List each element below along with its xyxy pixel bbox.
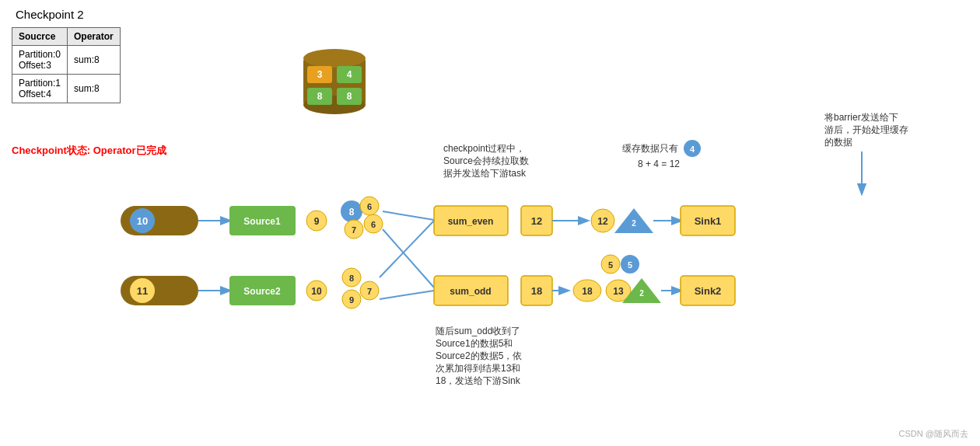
- checkpoint-note: checkpoint过程中， Source会持续拉取数 据并发送给下游task: [443, 143, 531, 179]
- svg-text:8: 8: [349, 207, 355, 218]
- svg-text:6: 6: [367, 202, 372, 211]
- svg-line-32: [383, 229, 434, 287]
- svg-text:4: 4: [347, 69, 352, 80]
- svg-text:4: 4: [690, 145, 695, 154]
- svg-text:Sink2: Sink2: [695, 285, 722, 297]
- svg-text:7: 7: [367, 287, 372, 296]
- svg-text:10: 10: [311, 286, 322, 297]
- svg-text:5: 5: [608, 260, 613, 270]
- source2-pill: 11: [121, 276, 198, 305]
- svg-text:8: 8: [317, 91, 323, 102]
- svg-text:9: 9: [314, 216, 320, 227]
- svg-text:8 + 4 = 12: 8 + 4 = 12: [638, 159, 680, 169]
- svg-text:5: 5: [628, 260, 632, 270]
- svg-text:8: 8: [347, 91, 352, 102]
- svg-line-59: [380, 221, 434, 277]
- svg-text:sum_odd: sum_odd: [450, 286, 491, 297]
- svg-text:Source1: Source1: [243, 216, 281, 227]
- source1-pill: 10: [121, 206, 198, 235]
- svg-line-60: [380, 291, 434, 299]
- main-container: Checkpoint 2 Soucrce Operator Partition:…: [0, 0, 980, 446]
- svg-text:2: 2: [632, 219, 636, 228]
- diagram-svg: 3 4 8 8 checkpoint过程中， Source会持续拉取数 据并发送…: [0, 0, 980, 446]
- svg-text:9: 9: [349, 295, 354, 305]
- svg-text:Source2: Source2: [243, 286, 281, 297]
- svg-text:10: 10: [137, 215, 148, 227]
- svg-text:sum_even: sum_even: [448, 216, 494, 227]
- svg-text:18: 18: [531, 285, 542, 297]
- watermark: CSDN @随风而去: [899, 428, 968, 440]
- svg-text:8: 8: [349, 274, 354, 283]
- sum-odd-note: 随后sum_odd收到了 Source1的数据5和 Source2的数据5，依 …: [436, 326, 525, 386]
- svg-text:Sink1: Sink1: [695, 215, 722, 227]
- svg-text:3: 3: [317, 69, 323, 80]
- svg-text:12: 12: [531, 215, 542, 227]
- barrier-note: 将barrier发送给下 游后，开始处理缓存 的数据: [824, 112, 911, 148]
- svg-text:6: 6: [371, 220, 376, 229]
- svg-line-31: [383, 211, 434, 220]
- svg-text:18: 18: [582, 286, 593, 297]
- database-icon: 3 4 8 8: [303, 49, 366, 114]
- svg-text:13: 13: [613, 286, 624, 297]
- svg-point-1: [303, 49, 366, 68]
- svg-text:2: 2: [639, 289, 644, 298]
- svg-text:12: 12: [597, 216, 608, 227]
- cache-note: 缓存数据只有: [622, 143, 678, 154]
- svg-text:11: 11: [137, 285, 148, 297]
- svg-text:7: 7: [352, 225, 356, 235]
